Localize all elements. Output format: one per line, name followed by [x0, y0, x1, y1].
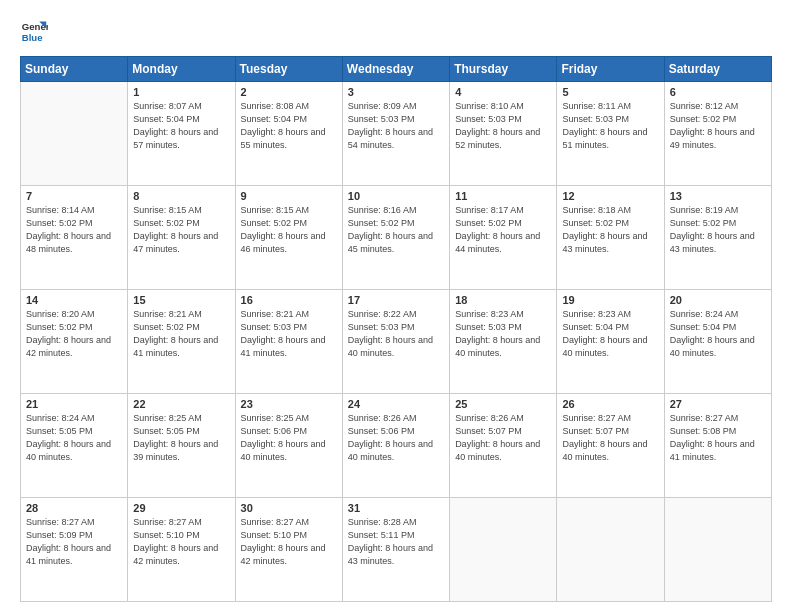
- day-number: 16: [241, 294, 337, 306]
- day-number: 1: [133, 86, 229, 98]
- calendar-cell: 15Sunrise: 8:21 AMSunset: 5:02 PMDayligh…: [128, 290, 235, 394]
- day-info: Sunrise: 8:23 AMSunset: 5:03 PMDaylight:…: [455, 308, 551, 360]
- calendar-cell: [21, 82, 128, 186]
- day-number: 7: [26, 190, 122, 202]
- weekday-header-friday: Friday: [557, 57, 664, 82]
- day-number: 8: [133, 190, 229, 202]
- day-info: Sunrise: 8:27 AMSunset: 5:07 PMDaylight:…: [562, 412, 658, 464]
- day-info: Sunrise: 8:18 AMSunset: 5:02 PMDaylight:…: [562, 204, 658, 256]
- day-info: Sunrise: 8:15 AMSunset: 5:02 PMDaylight:…: [241, 204, 337, 256]
- day-info: Sunrise: 8:17 AMSunset: 5:02 PMDaylight:…: [455, 204, 551, 256]
- day-info: Sunrise: 8:27 AMSunset: 5:08 PMDaylight:…: [670, 412, 766, 464]
- week-row-1: 1Sunrise: 8:07 AMSunset: 5:04 PMDaylight…: [21, 82, 772, 186]
- day-info: Sunrise: 8:15 AMSunset: 5:02 PMDaylight:…: [133, 204, 229, 256]
- day-info: Sunrise: 8:20 AMSunset: 5:02 PMDaylight:…: [26, 308, 122, 360]
- day-number: 5: [562, 86, 658, 98]
- day-info: Sunrise: 8:07 AMSunset: 5:04 PMDaylight:…: [133, 100, 229, 152]
- day-number: 2: [241, 86, 337, 98]
- calendar-cell: 14Sunrise: 8:20 AMSunset: 5:02 PMDayligh…: [21, 290, 128, 394]
- day-info: Sunrise: 8:12 AMSunset: 5:02 PMDaylight:…: [670, 100, 766, 152]
- calendar-cell: 22Sunrise: 8:25 AMSunset: 5:05 PMDayligh…: [128, 394, 235, 498]
- day-number: 11: [455, 190, 551, 202]
- day-number: 4: [455, 86, 551, 98]
- svg-text:Blue: Blue: [22, 32, 43, 43]
- calendar-cell: 4Sunrise: 8:10 AMSunset: 5:03 PMDaylight…: [450, 82, 557, 186]
- day-info: Sunrise: 8:22 AMSunset: 5:03 PMDaylight:…: [348, 308, 444, 360]
- day-number: 24: [348, 398, 444, 410]
- day-number: 15: [133, 294, 229, 306]
- calendar-cell: 10Sunrise: 8:16 AMSunset: 5:02 PMDayligh…: [342, 186, 449, 290]
- weekday-header-row: SundayMondayTuesdayWednesdayThursdayFrid…: [21, 57, 772, 82]
- day-number: 19: [562, 294, 658, 306]
- weekday-header-monday: Monday: [128, 57, 235, 82]
- calendar-cell: 7Sunrise: 8:14 AMSunset: 5:02 PMDaylight…: [21, 186, 128, 290]
- day-info: Sunrise: 8:19 AMSunset: 5:02 PMDaylight:…: [670, 204, 766, 256]
- calendar-cell: 25Sunrise: 8:26 AMSunset: 5:07 PMDayligh…: [450, 394, 557, 498]
- week-row-3: 14Sunrise: 8:20 AMSunset: 5:02 PMDayligh…: [21, 290, 772, 394]
- day-info: Sunrise: 8:25 AMSunset: 5:06 PMDaylight:…: [241, 412, 337, 464]
- calendar-cell: 27Sunrise: 8:27 AMSunset: 5:08 PMDayligh…: [664, 394, 771, 498]
- day-info: Sunrise: 8:26 AMSunset: 5:07 PMDaylight:…: [455, 412, 551, 464]
- day-number: 9: [241, 190, 337, 202]
- weekday-header-sunday: Sunday: [21, 57, 128, 82]
- day-number: 27: [670, 398, 766, 410]
- calendar-cell: 26Sunrise: 8:27 AMSunset: 5:07 PMDayligh…: [557, 394, 664, 498]
- calendar-cell: 9Sunrise: 8:15 AMSunset: 5:02 PMDaylight…: [235, 186, 342, 290]
- calendar-cell: 17Sunrise: 8:22 AMSunset: 5:03 PMDayligh…: [342, 290, 449, 394]
- calendar-cell: [664, 498, 771, 602]
- calendar-cell: 13Sunrise: 8:19 AMSunset: 5:02 PMDayligh…: [664, 186, 771, 290]
- day-info: Sunrise: 8:26 AMSunset: 5:06 PMDaylight:…: [348, 412, 444, 464]
- calendar-cell: [557, 498, 664, 602]
- calendar-cell: 28Sunrise: 8:27 AMSunset: 5:09 PMDayligh…: [21, 498, 128, 602]
- calendar-cell: 19Sunrise: 8:23 AMSunset: 5:04 PMDayligh…: [557, 290, 664, 394]
- weekday-header-thursday: Thursday: [450, 57, 557, 82]
- day-number: 26: [562, 398, 658, 410]
- day-number: 3: [348, 86, 444, 98]
- day-info: Sunrise: 8:27 AMSunset: 5:10 PMDaylight:…: [133, 516, 229, 568]
- day-info: Sunrise: 8:21 AMSunset: 5:03 PMDaylight:…: [241, 308, 337, 360]
- logo-icon: General Blue: [20, 18, 48, 46]
- day-info: Sunrise: 8:09 AMSunset: 5:03 PMDaylight:…: [348, 100, 444, 152]
- day-info: Sunrise: 8:16 AMSunset: 5:02 PMDaylight:…: [348, 204, 444, 256]
- day-info: Sunrise: 8:14 AMSunset: 5:02 PMDaylight:…: [26, 204, 122, 256]
- calendar-cell: 11Sunrise: 8:17 AMSunset: 5:02 PMDayligh…: [450, 186, 557, 290]
- calendar-cell: 1Sunrise: 8:07 AMSunset: 5:04 PMDaylight…: [128, 82, 235, 186]
- calendar-cell: 2Sunrise: 8:08 AMSunset: 5:04 PMDaylight…: [235, 82, 342, 186]
- calendar-cell: 18Sunrise: 8:23 AMSunset: 5:03 PMDayligh…: [450, 290, 557, 394]
- day-number: 25: [455, 398, 551, 410]
- week-row-5: 28Sunrise: 8:27 AMSunset: 5:09 PMDayligh…: [21, 498, 772, 602]
- logo: General Blue: [20, 18, 48, 46]
- calendar-cell: 20Sunrise: 8:24 AMSunset: 5:04 PMDayligh…: [664, 290, 771, 394]
- day-number: 10: [348, 190, 444, 202]
- day-number: 18: [455, 294, 551, 306]
- week-row-2: 7Sunrise: 8:14 AMSunset: 5:02 PMDaylight…: [21, 186, 772, 290]
- day-info: Sunrise: 8:27 AMSunset: 5:10 PMDaylight:…: [241, 516, 337, 568]
- calendar-page: General Blue SundayMondayTuesdayWednesda…: [0, 0, 792, 612]
- day-info: Sunrise: 8:25 AMSunset: 5:05 PMDaylight:…: [133, 412, 229, 464]
- week-row-4: 21Sunrise: 8:24 AMSunset: 5:05 PMDayligh…: [21, 394, 772, 498]
- calendar-cell: 31Sunrise: 8:28 AMSunset: 5:11 PMDayligh…: [342, 498, 449, 602]
- day-info: Sunrise: 8:27 AMSunset: 5:09 PMDaylight:…: [26, 516, 122, 568]
- day-number: 31: [348, 502, 444, 514]
- day-number: 17: [348, 294, 444, 306]
- day-number: 30: [241, 502, 337, 514]
- day-info: Sunrise: 8:24 AMSunset: 5:05 PMDaylight:…: [26, 412, 122, 464]
- calendar-cell: 23Sunrise: 8:25 AMSunset: 5:06 PMDayligh…: [235, 394, 342, 498]
- day-info: Sunrise: 8:28 AMSunset: 5:11 PMDaylight:…: [348, 516, 444, 568]
- day-number: 23: [241, 398, 337, 410]
- day-number: 14: [26, 294, 122, 306]
- calendar-table: SundayMondayTuesdayWednesdayThursdayFrid…: [20, 56, 772, 602]
- header: General Blue: [20, 18, 772, 46]
- calendar-cell: 16Sunrise: 8:21 AMSunset: 5:03 PMDayligh…: [235, 290, 342, 394]
- calendar-cell: 29Sunrise: 8:27 AMSunset: 5:10 PMDayligh…: [128, 498, 235, 602]
- calendar-cell: 12Sunrise: 8:18 AMSunset: 5:02 PMDayligh…: [557, 186, 664, 290]
- day-info: Sunrise: 8:21 AMSunset: 5:02 PMDaylight:…: [133, 308, 229, 360]
- day-number: 28: [26, 502, 122, 514]
- calendar-cell: [450, 498, 557, 602]
- calendar-cell: 24Sunrise: 8:26 AMSunset: 5:06 PMDayligh…: [342, 394, 449, 498]
- weekday-header-tuesday: Tuesday: [235, 57, 342, 82]
- day-number: 29: [133, 502, 229, 514]
- day-number: 12: [562, 190, 658, 202]
- weekday-header-wednesday: Wednesday: [342, 57, 449, 82]
- day-number: 6: [670, 86, 766, 98]
